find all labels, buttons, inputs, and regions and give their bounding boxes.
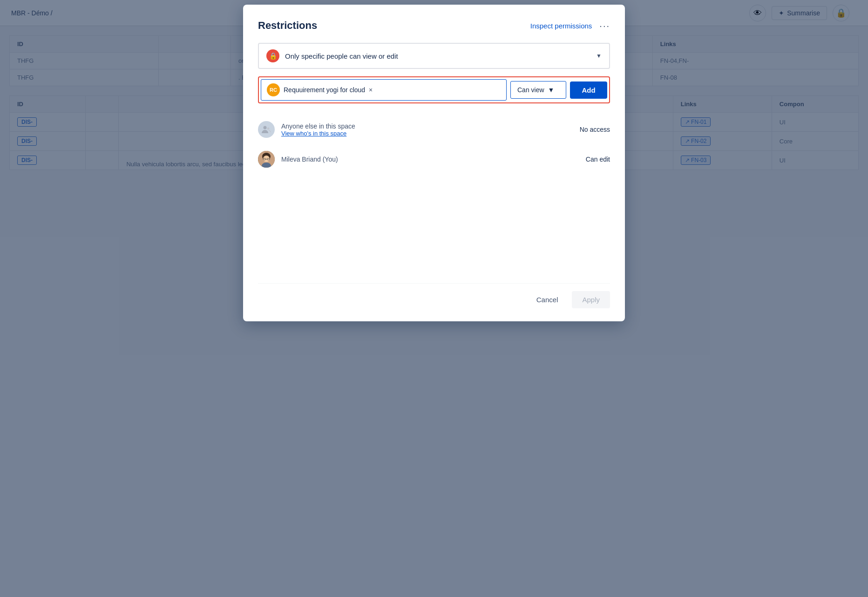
- cancel-button[interactable]: Cancel: [528, 291, 567, 308]
- svg-point-0: [264, 126, 267, 129]
- person-row-anyone: Anyone else in this space View who's in …: [258, 115, 610, 144]
- chevron-down-icon: ▼: [596, 53, 602, 59]
- person-info-mileva: Mileva Briand (You): [281, 156, 579, 163]
- user-tag-text: Requuirement yogi for cloud: [284, 86, 365, 94]
- visibility-label: Only specific people can view or edit: [285, 52, 398, 60]
- inspect-permissions-link[interactable]: Inspect permissions: [530, 22, 592, 30]
- svg-point-4: [263, 156, 270, 162]
- group-avatar: [258, 121, 275, 138]
- user-input-row: RC Requuirement yogi for cloud × Can vie…: [258, 76, 610, 103]
- permission-label: Can view: [517, 86, 544, 94]
- dropdown-content: 🔒 Only specific people can view or edit: [266, 49, 398, 62]
- avatar-initials: RC: [270, 87, 277, 93]
- modal-footer: Cancel Apply: [258, 283, 610, 308]
- restrictions-modal: Restrictions Inspect permissions ··· 🔒 O…: [243, 5, 625, 321]
- mileva-avatar: [258, 151, 275, 168]
- view-space-members-link[interactable]: View who's in this space: [281, 130, 573, 137]
- user-search-input[interactable]: RC Requuirement yogi for cloud ×: [261, 79, 507, 101]
- modal-header-actions: Inspect permissions ···: [530, 20, 610, 31]
- lock-icon: 🔒: [269, 52, 277, 60]
- modal-title: Restrictions: [258, 20, 317, 32]
- person-name-anyone: Anyone else in this space: [281, 122, 573, 130]
- modal-header: Restrictions Inspect permissions ···: [258, 20, 610, 32]
- svg-point-1: [267, 128, 270, 130]
- remove-user-tag-button[interactable]: ×: [369, 86, 373, 94]
- person-permission-mileva: Can edit: [586, 156, 610, 163]
- apply-button[interactable]: Apply: [572, 291, 610, 308]
- more-options-button[interactable]: ···: [599, 20, 610, 31]
- person-permission-anyone: No access: [580, 126, 610, 133]
- visibility-dropdown[interactable]: 🔒 Only specific people can view or edit …: [258, 43, 610, 69]
- person-info-anyone: Anyone else in this space View who's in …: [281, 122, 573, 137]
- add-button[interactable]: Add: [570, 81, 607, 99]
- user-avatar-rc: RC: [267, 83, 280, 96]
- person-name-mileva: Mileva Briand (You): [281, 156, 579, 163]
- chevron-down-icon: ▼: [548, 86, 555, 94]
- people-list: Anyone else in this space View who's in …: [258, 115, 610, 268]
- permission-dropdown[interactable]: Can view ▼: [510, 81, 566, 99]
- person-row-mileva: Mileva Briand (You) Can edit: [258, 144, 610, 174]
- lock-icon-circle: 🔒: [266, 49, 279, 62]
